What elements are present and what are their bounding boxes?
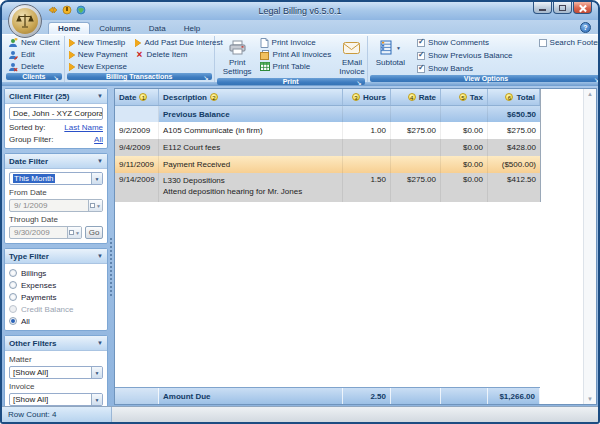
subtotal-button[interactable]: ▼ Subtotal [372,37,409,74]
sorted-by-link[interactable]: Last Name [64,123,103,132]
date-range-select[interactable]: This Month ▼ [9,172,103,185]
calendar-icon[interactable]: ▼ [67,227,81,238]
radio-all[interactable]: All [9,316,103,326]
column-header-tax[interactable]: 5 Tax [441,89,488,105]
previous-balance-band-row[interactable]: Previous Balance $650.50 [115,106,540,122]
search-footer-checkbox[interactable]: Search Footer [539,37,600,48]
radio-billings[interactable]: Billings [9,268,103,278]
date-filter-header[interactable]: Date Filter ▼ [5,154,107,169]
status-bar: Row Count: 4 [2,406,598,422]
help-icon[interactable]: ? [580,22,591,33]
add-past-due-interest-button[interactable]: Add Past Due Interest [135,37,222,48]
minimize-button[interactable] [533,2,552,14]
other-filters-title: Other Filters [9,339,57,348]
print-invoice-label: Print Invoice [272,38,316,47]
through-date-field[interactable]: 9/30/2009 ▼ [9,226,82,239]
subtotal-icon: ▼ [380,38,401,57]
delete-client-button[interactable]: Delete [8,61,60,72]
column-header-description[interactable]: Description 2 [159,89,343,105]
person-delete-icon [8,62,18,72]
column-header-date[interactable]: Date 1 [115,89,159,105]
tab-columns[interactable]: Columns [90,23,140,34]
column-header-hours[interactable]: 3 Hours [343,89,391,105]
radio-payments[interactable]: Payments [9,292,103,302]
vertical-scrollbar[interactable]: ▲ ▼ [583,89,596,404]
app-window: Legal Billing v6.5.0.1 Home Columns Data… [0,0,600,424]
dialog-launcher-icon[interactable]: ↘ [357,80,362,87]
table-grid-icon [260,62,270,71]
dialog-launcher-icon[interactable]: ↘ [594,77,599,84]
table-row[interactable]: 9/4/2009 E112 Court fees $0.00 $428.00 [115,139,540,156]
dialog-launcher-icon[interactable]: ↘ [204,75,209,82]
new-client-button[interactable]: New Client [8,37,60,48]
maximize-button[interactable] [553,2,572,14]
sort-badge: 1 [139,93,147,101]
new-payment-button[interactable]: New Payment [69,49,128,60]
column-header-total[interactable]: 6 Total [488,89,540,105]
radio-selected-icon [9,317,17,325]
matter-select[interactable]: [Show All] ▼ [9,366,103,379]
delete-item-button[interactable]: × Delete Item [135,49,222,60]
chevron-down-icon: ▼ [91,394,102,405]
checkbox-checked-icon [417,39,425,47]
tab-help[interactable]: Help [175,23,209,34]
print-table-button[interactable]: Print Table [260,61,332,72]
print-settings-button[interactable]: Print Settings [219,37,256,77]
title-bar: Legal Billing v6.5.0.1 [2,2,598,20]
show-bands-checkbox[interactable]: Show Bands [417,63,513,74]
edit-client-button[interactable]: Edit [8,49,60,60]
radio-icon [9,269,17,277]
show-comments-checkbox[interactable]: Show Comments [417,37,513,48]
cell-total: $412.50 [488,173,540,202]
type-filter-header[interactable]: Type Filter ▼ [5,249,107,264]
application-menu-button[interactable] [8,4,42,38]
print-all-invoices-button[interactable]: Print All Invoices [260,49,332,60]
column-label: Rate [419,93,436,102]
chevron-down-icon: ▼ [97,158,103,164]
tab-data[interactable]: Data [140,23,175,34]
go-button[interactable]: Go [85,226,103,239]
window-controls [533,2,592,14]
group-label-text: Print [283,78,299,85]
chevron-down-icon: ▼ [97,93,103,99]
checkbox-unchecked-icon [539,39,547,47]
from-date-field[interactable]: 9/ 1/2009 ▼ [9,199,103,212]
new-expense-button[interactable]: New Expense [69,61,128,72]
sort-badge: 2 [210,93,218,101]
column-label: Tax [470,93,483,102]
scrollbar-up-icon[interactable]: ▲ [587,90,593,98]
radio-icon [9,293,17,301]
print-invoice-button[interactable]: Print Invoice [260,37,332,48]
matter-label: Matter [9,355,103,364]
person-add-icon [8,38,18,48]
cell-total: $650.50 [488,106,540,122]
ribbon-group-clients: New Client Edit Delete Clients ↘ [4,36,65,82]
table-row-payment[interactable]: 9/11/2009 Payment Received $0.00 ($500.0… [115,156,540,173]
cell-description: E112 Court fees [159,139,343,156]
invoice-select[interactable]: [Show All] ▼ [9,393,103,406]
client-filter-header[interactable]: Client Filter (25) ▼ [5,89,107,104]
close-button[interactable] [573,2,592,14]
chevron-down-icon: ▼ [91,173,102,184]
other-filters-header[interactable]: Other Filters ▼ [5,336,107,351]
column-header-rate[interactable]: 4 Rate [391,89,441,105]
table-row[interactable]: 9/2/2009 A105 Communicate (in firm) 1.00… [115,122,540,139]
type-filter-title: Type Filter [9,252,49,261]
maximize-icon [559,5,566,11]
group-label-text: View Options [464,75,508,82]
cell-total: $428.00 [488,139,540,156]
dialog-launcher-icon[interactable]: ↘ [54,75,59,82]
show-previous-balance-checkbox[interactable]: Show Previous Balance [417,50,513,61]
email-invoice-button[interactable]: EMail Invoice [335,37,368,77]
table-row[interactable]: 9/14/2009 L330 Depositions Attend deposi… [115,173,540,202]
client-select[interactable]: Doe, John - XYZ Corporation ▼ [9,107,103,120]
tab-home[interactable]: Home [48,22,90,34]
scrollbar-down-icon[interactable]: ▼ [587,395,593,403]
calendar-icon[interactable]: ▼ [88,200,102,211]
group-filter-link[interactable]: All [94,135,103,144]
new-timeslip-button[interactable]: New Timeslip [69,37,128,48]
radio-expenses[interactable]: Expenses [9,280,103,290]
radio-billings-label: Billings [21,269,46,278]
cell-description: Payment Received [159,156,343,173]
cell-rate [391,106,441,122]
